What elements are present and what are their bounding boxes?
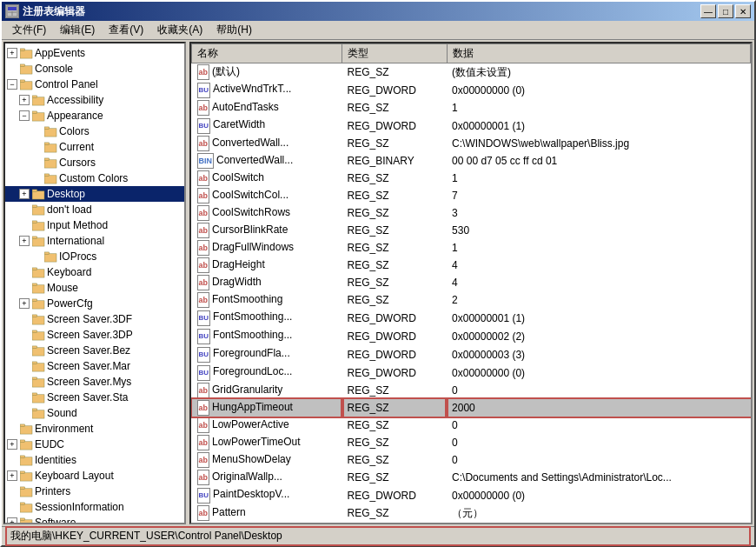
- svg-rect-56: [20, 457, 32, 464]
- tree-item-desktop[interactable]: + Desktop: [5, 186, 184, 202]
- table-row[interactable]: BUFontSmoothing... REG_DWORD 0x00000001 …: [192, 309, 751, 327]
- table-row[interactable]: abDragHeight REG_SZ 4: [192, 257, 751, 274]
- tree-item-printers[interactable]: Printers: [5, 484, 184, 499]
- tree-item-keyboard-layout[interactable]: + Keyboard Layout: [5, 468, 184, 484]
- reg-type: REG_BINARY: [342, 152, 448, 170]
- tree-item-screensaver-bez[interactable]: Screen Saver.Bez: [5, 343, 184, 358]
- table-row[interactable]: abConvertedWall... REG_SZ C:\WINDOWS\web…: [192, 135, 751, 152]
- table-row[interactable]: BINConvertedWall... REG_BINARY 00 00 d7 …: [192, 152, 751, 170]
- table-row[interactable]: BUForegroundLoc... REG_DWORD 0x00000000 …: [192, 364, 751, 382]
- tree-item-screensaver-mys[interactable]: Screen Saver.Mys: [5, 374, 184, 390]
- reg-name: abMenuShowDelay: [192, 451, 342, 469]
- svg-rect-16: [44, 143, 56, 151]
- expand-icon-software[interactable]: +: [7, 517, 17, 524]
- minimize-button[interactable]: —: [700, 4, 716, 18]
- expand-icon-international[interactable]: +: [19, 236, 30, 246]
- table-row[interactable]: abPowerOffActive REG_SZ 0: [192, 522, 751, 524]
- tree-item-software[interactable]: + Software: [5, 515, 184, 524]
- reg-type: REG_DWORD: [342, 309, 448, 327]
- table-row[interactable]: BUCaretWidth REG_DWORD 0x00000001 (1): [192, 117, 751, 135]
- table-row[interactable]: abMenuShowDelay REG_SZ 0: [192, 451, 751, 469]
- tree-item-eudc[interactable]: + EUDC: [5, 437, 184, 452]
- tree-item-screensaver-3dp[interactable]: Screen Saver.3DP: [5, 327, 184, 343]
- close-button[interactable]: ✕: [735, 4, 751, 18]
- table-row[interactable]: BUForegroundFla... REG_DWORD 0x00000003 …: [192, 345, 751, 364]
- svg-rect-30: [44, 253, 56, 261]
- reg-data: 0x00000001 (1): [447, 309, 750, 327]
- tree-item-screensaver-mar[interactable]: Screen Saver.Mar: [5, 358, 184, 374]
- registry-tree[interactable]: + AppEvents Console− Control Panel+ Acce…: [3, 42, 186, 524]
- tree-item-current[interactable]: Current: [5, 139, 184, 155]
- maximize-button[interactable]: □: [718, 4, 733, 18]
- reg-name: abHungAppTimeout: [192, 399, 342, 417]
- reg-data: 7: [447, 187, 750, 204]
- table-row[interactable]: abCoolSwitchRows REG_SZ 3: [192, 204, 751, 222]
- tree-item-control-panel[interactable]: − Control Panel: [5, 77, 184, 92]
- tree-item-identities[interactable]: Identities: [5, 452, 184, 468]
- tree-item-session-info[interactable]: SessionInformation: [5, 499, 184, 515]
- tree-item-screensaver-sta[interactable]: Screen Saver.Sta: [5, 390, 184, 405]
- table-row[interactable]: abDragFullWindows REG_SZ 1: [192, 239, 751, 257]
- registry-values-pane[interactable]: 名称 类型 数据 ab(默认) REG_SZ (数值未设置) BUActiveW…: [189, 42, 753, 524]
- expand-icon-keyboard-layout[interactable]: +: [7, 470, 17, 481]
- table-row[interactable]: abCoolSwitch REG_SZ 1: [192, 170, 751, 187]
- table-row[interactable]: abAutoEndTasks REG_SZ 1: [192, 99, 751, 117]
- tree-item-powercfg[interactable]: + PowerCfg: [5, 296, 184, 311]
- expand-icon-eudc[interactable]: +: [7, 439, 17, 450]
- registry-table: 名称 类型 数据 ab(默认) REG_SZ (数值未设置) BUActiveW…: [191, 43, 751, 524]
- expand-icon-appevents[interactable]: +: [7, 48, 17, 58]
- expand-icon-control-panel[interactable]: −: [7, 79, 17, 90]
- tree-label-mouse: Mouse: [47, 281, 78, 295]
- tree-item-dont-load[interactable]: don't load: [5, 202, 184, 217]
- table-row[interactable]: BUActiveWndTrkT... REG_DWORD 0x00000000 …: [192, 81, 751, 99]
- col-data[interactable]: 数据: [447, 44, 750, 63]
- tree-item-accessibility[interactable]: + Accessibility: [5, 92, 184, 108]
- tree-item-screensaver-3df[interactable]: Screen Saver.3DF: [5, 311, 184, 327]
- menu-edit[interactable]: 编辑(E): [53, 21, 102, 39]
- tree-label-software: Software: [35, 516, 76, 524]
- table-row[interactable]: abHungAppTimeout REG_SZ 2000: [192, 399, 751, 417]
- col-name[interactable]: 名称: [192, 44, 342, 63]
- table-row[interactable]: abLowPowerTimeOut REG_SZ 0: [192, 434, 751, 451]
- expand-icon-accessibility[interactable]: +: [19, 95, 30, 105]
- expand-icon-powercfg[interactable]: +: [19, 298, 30, 309]
- tree-item-appevents[interactable]: + AppEvents: [5, 45, 184, 61]
- table-row[interactable]: abLowPowerActive REG_SZ 0: [192, 417, 751, 434]
- tree-item-sound[interactable]: Sound: [5, 405, 184, 421]
- tree-item-ioprocs[interactable]: IOProcs: [5, 249, 184, 264]
- expand-icon-appearance[interactable]: −: [19, 110, 30, 121]
- menu-view[interactable]: 查看(V): [102, 21, 150, 39]
- table-row[interactable]: abPattern REG_SZ （元）: [192, 504, 751, 522]
- tree-label-colors: Colors: [59, 124, 90, 138]
- table-row[interactable]: abDragWidth REG_SZ 4: [192, 274, 751, 291]
- tree-item-keyboard[interactable]: Keyboard: [5, 264, 184, 280]
- table-row[interactable]: abCoolSwitchCol... REG_SZ 7: [192, 187, 751, 204]
- tree-item-mouse[interactable]: Mouse: [5, 280, 184, 296]
- table-row[interactable]: abCursorBlinkRate REG_SZ 530: [192, 222, 751, 239]
- menu-file[interactable]: 文件(F): [5, 21, 53, 39]
- tree-item-colors[interactable]: Colors: [5, 123, 184, 139]
- tree-item-international[interactable]: + International: [5, 233, 184, 249]
- tree-item-cursors[interactable]: Cursors: [5, 155, 184, 170]
- table-row[interactable]: abGridGranularity REG_SZ 0: [192, 382, 751, 399]
- tree-item-appearance[interactable]: − Appearance: [5, 108, 184, 123]
- reg-name: abAutoEndTasks: [192, 99, 342, 117]
- expand-icon-desktop[interactable]: +: [19, 189, 30, 199]
- tree-item-console[interactable]: Console: [5, 61, 184, 77]
- svg-rect-39: [32, 314, 37, 317]
- folder-icon-powercfg: [31, 297, 45, 310]
- table-row[interactable]: BUPaintDesktopV... REG_DWORD 0x00000000 …: [192, 486, 751, 504]
- table-row[interactable]: ab(默认) REG_SZ (数值未设置): [192, 63, 751, 82]
- table-row[interactable]: abOriginalWallp... REG_SZ C:\Documents a…: [192, 469, 751, 486]
- tree-item-custom-colors[interactable]: Custom Colors: [5, 170, 184, 186]
- menu-favorites[interactable]: 收藏夹(A): [150, 21, 209, 39]
- table-row[interactable]: abFontSmoothing REG_SZ 2: [192, 291, 751, 309]
- col-type[interactable]: 类型: [342, 44, 448, 63]
- tree-item-input-method[interactable]: Input Method: [5, 217, 184, 233]
- reg-icon-ab: ab: [197, 523, 210, 524]
- table-row[interactable]: BUFontSmoothing... REG_DWORD 0x00000002 …: [192, 327, 751, 345]
- menu-help[interactable]: 帮助(H): [209, 21, 259, 39]
- reg-name: BINConvertedWall...: [192, 152, 342, 170]
- tree-item-environment[interactable]: Environment: [5, 421, 184, 437]
- svg-rect-36: [32, 300, 44, 308]
